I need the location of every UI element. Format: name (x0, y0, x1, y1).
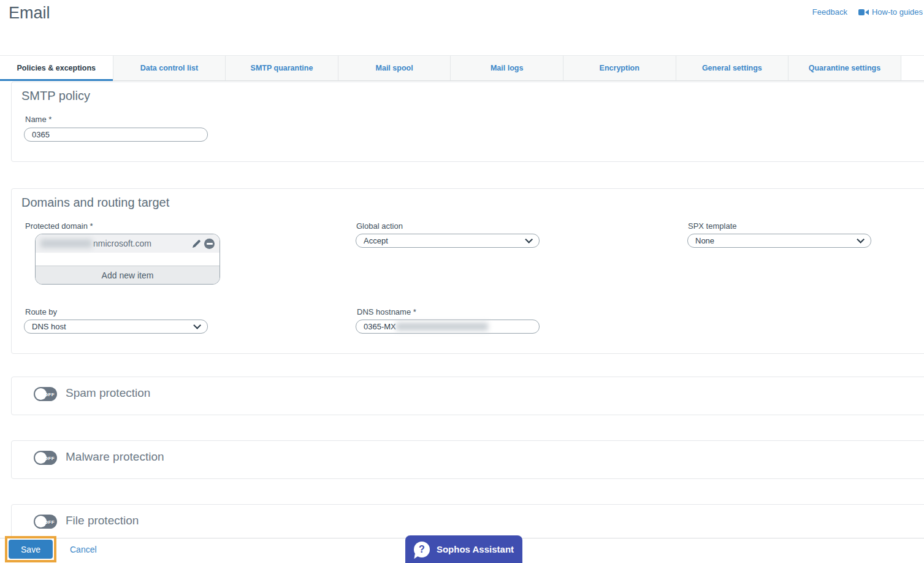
save-button[interactable]: Save (9, 540, 53, 559)
malware-protection-label: Malware protection (66, 450, 164, 464)
tab-data-control-list[interactable]: Data control list (113, 56, 226, 80)
chevron-down-icon (193, 321, 201, 329)
smtp-policy-card: SMTP policy Name * (11, 82, 924, 162)
global-action-value: Accept (364, 236, 388, 245)
dns-hostname-label: DNS hostname * (357, 307, 416, 316)
tab-quarantine-settings[interactable]: Quarantine settings (788, 56, 901, 80)
feedback-link-label: Feedback (812, 7, 847, 17)
domains-routing-title: Domains and routing target (21, 196, 169, 210)
global-action-label: Global action (356, 221, 403, 231)
cancel-link[interactable]: Cancel (70, 545, 97, 554)
tab-general-settings[interactable]: General settings (676, 56, 788, 80)
redacted-domain-prefix (40, 239, 92, 248)
protected-domain-item[interactable]: nmicrosoft.com (36, 234, 220, 253)
file-protection-label: File protection (66, 514, 139, 527)
route-by-label: Route by (25, 307, 57, 316)
spam-protection-toggle[interactable]: OFF (34, 387, 57, 401)
route-by-select[interactable]: DNS host (24, 320, 208, 334)
chevron-down-icon (525, 236, 533, 243)
protected-domain-label: Protected domain * (25, 221, 93, 231)
spx-template-value: None (695, 236, 714, 245)
tab-bar: Policies & exceptions Data control list … (0, 55, 924, 81)
tab-policies-exceptions[interactable]: Policies & exceptions (0, 56, 113, 80)
spx-template-label: SPX template (688, 221, 737, 231)
spx-template-select[interactable]: None (687, 234, 871, 248)
toggle-state-label: OFF (44, 519, 55, 525)
redacted-hostname-suffix (396, 323, 488, 331)
tab-mail-spool[interactable]: Mail spool (338, 56, 451, 80)
page-title: Email (9, 4, 50, 23)
global-action-select[interactable]: Accept (356, 234, 540, 248)
sophos-assistant-button[interactable]: ? Sophos Assistant (405, 535, 522, 563)
name-label: Name * (25, 115, 52, 124)
tab-encryption[interactable]: Encryption (563, 56, 676, 80)
tab-bar-filler (901, 56, 924, 80)
video-camera-icon (858, 9, 869, 16)
toggle-state-label: OFF (44, 392, 55, 397)
route-by-value: DNS host (32, 322, 66, 331)
tab-mail-logs[interactable]: Mail logs (450, 56, 563, 80)
protected-domain-text: nmicrosoft.com (93, 239, 151, 248)
add-new-item-button[interactable]: Add new item (36, 266, 220, 284)
header-links: Feedback How-to guides (812, 7, 923, 17)
tab-smtp-quarantine[interactable]: SMTP quarantine (225, 56, 338, 80)
malware-protection-card: OFF Malware protection (11, 440, 924, 479)
dns-hostname-visible-text: 0365-MX (364, 322, 396, 331)
spam-protection-card: OFF Spam protection (11, 377, 924, 415)
domain-item-actions (192, 239, 215, 249)
howto-guides-label: How-to guides (872, 7, 923, 17)
dns-hostname-input[interactable]: 0365-MX (356, 320, 540, 334)
feedback-link[interactable]: Feedback (812, 7, 847, 17)
question-bubble-icon: ? (414, 542, 430, 557)
smtp-policy-title: SMTP policy (21, 89, 90, 103)
edit-pencil-icon[interactable] (192, 239, 201, 248)
toggle-state-label: OFF (44, 456, 55, 461)
malware-protection-toggle[interactable]: OFF (34, 451, 57, 465)
spam-protection-label: Spam protection (66, 386, 150, 400)
howto-guides-link[interactable]: How-to guides (858, 7, 923, 17)
sophos-assistant-label: Sophos Assistant (437, 544, 514, 554)
protected-domain-listbox: nmicrosoft.com Add new item (35, 234, 220, 285)
name-input[interactable] (24, 128, 208, 142)
file-protection-toggle[interactable]: OFF (34, 515, 57, 529)
domains-routing-card: Domains and routing target Protected dom… (11, 188, 924, 354)
chevron-down-icon (857, 236, 865, 243)
remove-minus-icon[interactable] (204, 239, 215, 249)
